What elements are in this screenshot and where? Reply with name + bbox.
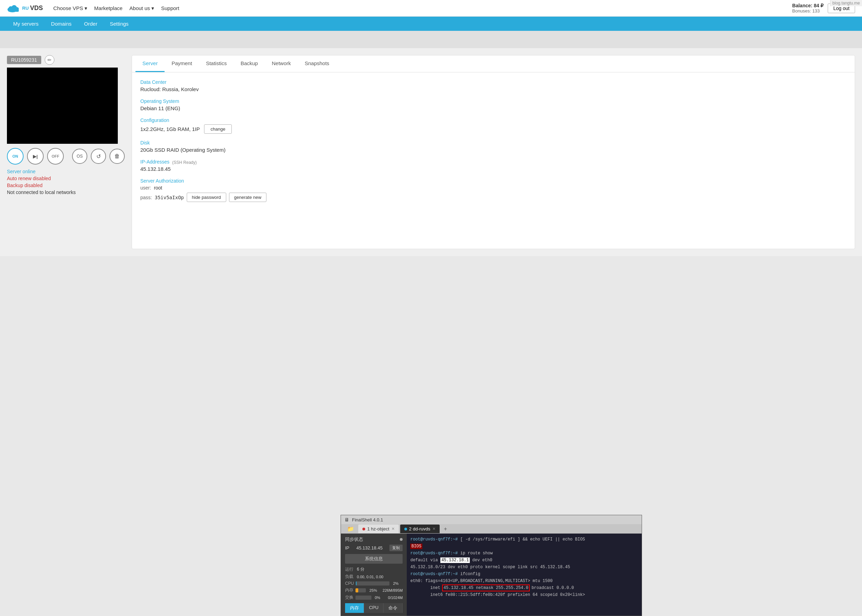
nav-choose-vps[interactable]: Choose VPS ▾ [53, 5, 87, 11]
server-tab-content: Data Center Rucloud: Russia, Korolev Ope… [132, 72, 855, 215]
server-status[interactable]: Server online [7, 169, 125, 174]
balance-text: Balance: 84 ₽ [792, 3, 824, 8]
pass-row: pass: 35iv5aIxOp hide password generate … [140, 193, 846, 202]
nav-settings[interactable]: Settings [104, 17, 135, 31]
ip-value: 45.132.18.45 [140, 166, 846, 172]
logo-icon [7, 3, 21, 14]
gray-spacer [0, 31, 862, 48]
svg-rect-4 [8, 9, 19, 11]
os-value: Debian 11 (ENG) [140, 105, 846, 111]
main-content: RU1059231 ✏ ON ▶| OFF OS ↺ 🗑 Server onli… [0, 48, 862, 256]
config-label: Configuration [140, 118, 846, 123]
ip-label: IP-Addresses [140, 159, 170, 165]
tab-payment[interactable]: Payment [165, 55, 199, 72]
nav-my-servers[interactable]: My servers [7, 17, 45, 31]
server-id-bar: RU1059231 ✏ [7, 55, 125, 65]
os-section: Operating System Debian 11 (ENG) [140, 98, 846, 111]
reload-button[interactable]: ↺ [91, 149, 106, 164]
logo-ru: RU [22, 6, 29, 11]
os-reload-button[interactable]: OS [72, 149, 87, 164]
backup-status[interactable]: Backup disabled [7, 182, 125, 188]
data-center-value: Rucloud: Russia, Korolev [140, 86, 846, 92]
tab-server[interactable]: Server [135, 55, 165, 72]
ssh-badge: (SSH Ready) [172, 160, 197, 165]
main-nav: Choose VPS ▾ Marketplace About us ▾ Supp… [53, 5, 792, 11]
blog-badge: blog.tangtu.me [830, 0, 862, 6]
tab-snapshots[interactable]: Snapshots [298, 55, 336, 72]
next-button[interactable]: ▶| [27, 148, 44, 165]
user-row: user: root [140, 185, 846, 190]
nav-domains[interactable]: Domains [45, 17, 78, 31]
network-status: Not connected to local networks [7, 190, 125, 195]
user-value: root [154, 185, 162, 190]
server-controls: ON ▶| OFF OS ↺ 🗑 [7, 148, 125, 165]
server-id-badge: RU1059231 [7, 56, 41, 64]
nav-marketplace[interactable]: Marketplace [94, 5, 122, 11]
bonuses-text: Bonuses: 133 [792, 8, 824, 14]
config-row: 1x2.2GHz, 1Gb RAM, 1IP change [140, 124, 846, 134]
change-config-button[interactable]: change [204, 124, 232, 134]
server-tabs: Server Payment Statistics Backup Network… [132, 55, 855, 72]
right-panel: Server Payment Statistics Backup Network… [132, 55, 855, 249]
server-screenshot[interactable] [7, 68, 118, 144]
ip-label-row: IP-Addresses (SSH Ready) [140, 159, 846, 166]
data-center-section: Data Center Rucloud: Russia, Korolev [140, 79, 846, 92]
os-label: Operating System [140, 98, 846, 104]
disk-value: 20Gb SSD RAID (Operating System) [140, 147, 846, 153]
nav-about-us[interactable]: About us ▾ [130, 5, 154, 11]
power-on-button[interactable]: ON [7, 148, 24, 165]
data-center-label: Data Center [140, 79, 846, 85]
nav-order[interactable]: Order [78, 17, 104, 31]
tab-backup[interactable]: Backup [234, 55, 265, 72]
logo-vds: VDS [30, 5, 43, 12]
pass-value: 35iv5aIxOp [154, 195, 184, 200]
generate-new-button[interactable]: generate new [229, 193, 267, 202]
auth-section: Server Authorization user: root pass: 35… [140, 178, 846, 202]
config-value: 1x2.2GHz, 1Gb RAM, 1IP [140, 126, 200, 132]
tab-statistics[interactable]: Statistics [199, 55, 234, 72]
disk-label: Disk [140, 140, 846, 146]
hide-password-button[interactable]: hide password [187, 193, 226, 202]
top-header: RU VDS Choose VPS ▾ Marketplace About us… [0, 0, 862, 17]
nav-support[interactable]: Support [161, 5, 179, 11]
delete-button[interactable]: 🗑 [110, 149, 125, 164]
power-off-button[interactable]: OFF [47, 148, 64, 165]
right-controls: OS ↺ 🗑 [72, 149, 125, 164]
auth-label: Server Authorization [140, 178, 846, 184]
config-section: Configuration 1x2.2GHz, 1Gb RAM, 1IP cha… [140, 118, 846, 134]
left-panel: RU1059231 ✏ ON ▶| OFF OS ↺ 🗑 Server onli… [7, 55, 125, 249]
auto-renew-status[interactable]: Auto renew disabled [7, 176, 125, 181]
user-key: user: [140, 185, 151, 190]
disk-section: Disk 20Gb SSD RAID (Operating System) [140, 140, 846, 153]
logo[interactable]: RU VDS [7, 3, 43, 14]
pass-key: pass: [140, 195, 152, 200]
secondary-nav: My servers Domains Order Settings [0, 17, 862, 31]
edit-server-name-button[interactable]: ✏ [45, 55, 54, 65]
ip-section: IP-Addresses (SSH Ready) 45.132.18.45 [140, 159, 846, 172]
tab-network[interactable]: Network [265, 55, 298, 72]
